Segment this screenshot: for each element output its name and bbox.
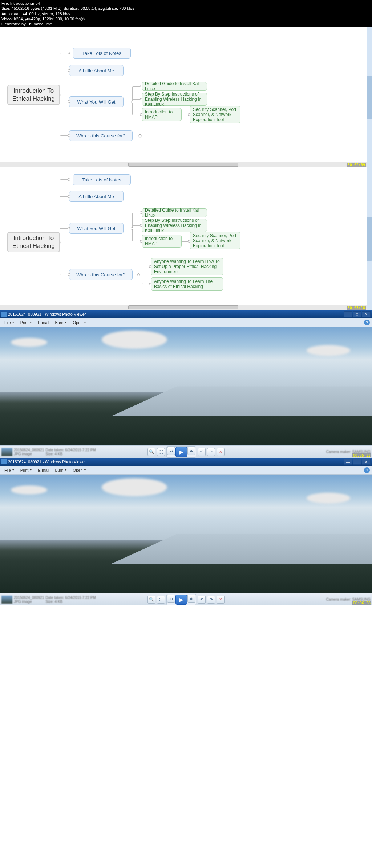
slideshow-button[interactable]: ▶ xyxy=(175,447,187,457)
node-kali[interactable]: Detailed Guide to Install Kali Linux xyxy=(142,82,207,91)
node-anyone1[interactable]: Anyone Wanting To Learn How To Set Up a … xyxy=(151,258,223,275)
horizontal-scrollbar[interactable] xyxy=(0,162,367,167)
timestamp-1: 00:02:09 xyxy=(347,163,366,167)
timestamp-2: 00:03:18 xyxy=(347,306,366,310)
horizontal-scrollbar[interactable] xyxy=(0,305,367,310)
maximize-button[interactable]: □ xyxy=(353,311,361,317)
window-titlebar[interactable]: 20150624_080921 - Windows Photo Viewer —… xyxy=(0,458,372,466)
node-who[interactable]: Who is this Course for? xyxy=(69,130,133,141)
delete-button[interactable]: ✕ xyxy=(217,448,225,456)
rotate-ccw-button[interactable]: ↶ xyxy=(198,596,206,604)
menu-print[interactable]: Print▼ xyxy=(18,467,35,473)
delete-button[interactable]: ✕ xyxy=(217,596,225,604)
node-wireless[interactable]: Step By Step Instructions of Enabling Wi… xyxy=(142,219,207,232)
mindmap-2: Introduction To Ethical Hacking Take Lot… xyxy=(0,167,367,305)
node-anyone2[interactable]: Anyone Wanting To Learn The Basics of Et… xyxy=(151,277,223,291)
meta-video: Video: h264, yuv420p, 1920x1080, 10.00 f… xyxy=(1,16,371,21)
menu-burn[interactable]: Burn▼ xyxy=(53,320,69,325)
node-what[interactable]: What You Will Get xyxy=(69,223,124,234)
help-button[interactable]: ? xyxy=(364,320,370,325)
thumbnail-frame-3: 20150624_080921 - Windows Photo Viewer —… xyxy=(0,310,372,458)
menu-email[interactable]: E-mail xyxy=(36,467,51,473)
rotate-cw-button[interactable]: ↷ xyxy=(207,448,215,456)
help-button[interactable]: ? xyxy=(364,467,370,473)
rotate-cw-button[interactable]: ↷ xyxy=(207,596,215,604)
next-button[interactable]: ⏭ xyxy=(187,447,195,455)
timestamp-4: 00:06:38 xyxy=(352,601,371,605)
thumbnail-frame-1: Introduction To Ethical Hacking Take Lot… xyxy=(0,27,372,167)
node-notes[interactable]: Take Lots of Notes xyxy=(73,174,131,185)
node-who[interactable]: Who is this Course for? xyxy=(69,269,133,280)
photo-controls: 20150624_080921 JPG image Date taken: 6/… xyxy=(0,593,372,605)
menu-bar: File▼ Print▼ E-mail Burn▼ Open▼ ? xyxy=(0,466,372,475)
node-nmap[interactable]: Introduction to NMAP xyxy=(142,108,182,121)
menu-burn[interactable]: Burn▼ xyxy=(53,467,69,473)
app-icon xyxy=(1,459,7,464)
rotate-ccw-button[interactable]: ↶ xyxy=(198,448,206,456)
menu-open[interactable]: Open▼ xyxy=(71,467,89,473)
node-scanner[interactable]: Security Scanner, Port Scanner, & Networ… xyxy=(190,106,240,123)
meta-generated: Generated by Thumbnail me xyxy=(1,21,371,27)
slideshow-button[interactable]: ▶ xyxy=(175,595,187,605)
photo-controls: 20150624_080921 JPG image Date taken: 6/… xyxy=(0,445,372,458)
node-kali[interactable]: Detailed Guide to Install Kali Linux xyxy=(142,208,207,217)
window-title: 20150624_080921 - Windows Photo Viewer xyxy=(8,460,86,464)
menu-email[interactable]: E-mail xyxy=(36,320,51,325)
thumbnail-frame-4: 20150624_080921 - Windows Photo Viewer —… xyxy=(0,458,372,605)
window-titlebar[interactable]: 20150624_080921 - Windows Photo Viewer —… xyxy=(0,310,372,318)
node-scanner[interactable]: Security Scanner, Port Scanner, & Networ… xyxy=(190,232,240,249)
mindmap-1: Introduction To Ethical Hacking Take Lot… xyxy=(0,27,367,162)
photo-info-left: 20150624_080921 JPG image Date taken: 6/… xyxy=(1,448,96,456)
node-wireless[interactable]: Step By Step Instructions of Enabling Wi… xyxy=(142,93,207,106)
menu-bar: File▼ Print▼ E-mail Burn▼ Open▼ ? xyxy=(0,318,372,327)
fit-button[interactable]: ⛶ xyxy=(157,596,165,604)
photo-info-left: 20150624_080921 JPG image Date taken: 6/… xyxy=(1,596,96,604)
expand-icon[interactable]: + xyxy=(138,134,142,138)
node-about[interactable]: A Little About Me xyxy=(69,65,124,76)
timestamp-3: 00:05:33 xyxy=(352,453,371,457)
meta-audio: Audio: aac, 44100 Hz, stereo, 128 kb/s xyxy=(1,11,371,16)
meta-size: Size: 45102516 bytes (43.01 MiB), durati… xyxy=(1,6,371,11)
node-about[interactable]: A Little About Me xyxy=(69,191,124,202)
menu-open[interactable]: Open▼ xyxy=(71,320,89,325)
thumbnail-frame-2: Introduction To Ethical Hacking Take Lot… xyxy=(0,167,372,310)
app-icon xyxy=(1,312,7,317)
meta-file: File: Introduction.mp4 xyxy=(1,1,371,6)
root-node[interactable]: Introduction To Ethical Hacking xyxy=(7,85,60,105)
zoom-button[interactable]: 🔍 xyxy=(147,596,155,604)
video-metadata-header: File: Introduction.mp4 Size: 45102516 by… xyxy=(0,0,372,27)
node-notes[interactable]: Take Lots of Notes xyxy=(73,48,131,59)
maximize-button[interactable]: □ xyxy=(353,459,361,465)
close-button[interactable]: × xyxy=(362,311,371,317)
minimize-button[interactable]: — xyxy=(344,459,352,465)
close-button[interactable]: × xyxy=(362,459,371,465)
menu-print[interactable]: Print▼ xyxy=(18,320,35,325)
node-what[interactable]: What You Will Get xyxy=(69,96,124,107)
root-node[interactable]: Introduction To Ethical Hacking xyxy=(7,232,60,252)
zoom-button[interactable]: 🔍 xyxy=(147,448,155,456)
prev-button[interactable]: ⏮ xyxy=(167,595,175,603)
next-button[interactable]: ⏭ xyxy=(187,595,195,603)
minimize-button[interactable]: — xyxy=(344,311,352,317)
prev-button[interactable]: ⏮ xyxy=(167,447,175,455)
menu-file[interactable]: File▼ xyxy=(2,320,17,325)
menu-file[interactable]: File▼ xyxy=(2,467,17,473)
fit-button[interactable]: ⛶ xyxy=(157,448,165,456)
photo-display xyxy=(0,475,372,593)
photo-display xyxy=(0,327,372,445)
window-title: 20150624_080921 - Windows Photo Viewer xyxy=(8,312,86,316)
node-nmap[interactable]: Introduction to NMAP xyxy=(142,235,182,248)
